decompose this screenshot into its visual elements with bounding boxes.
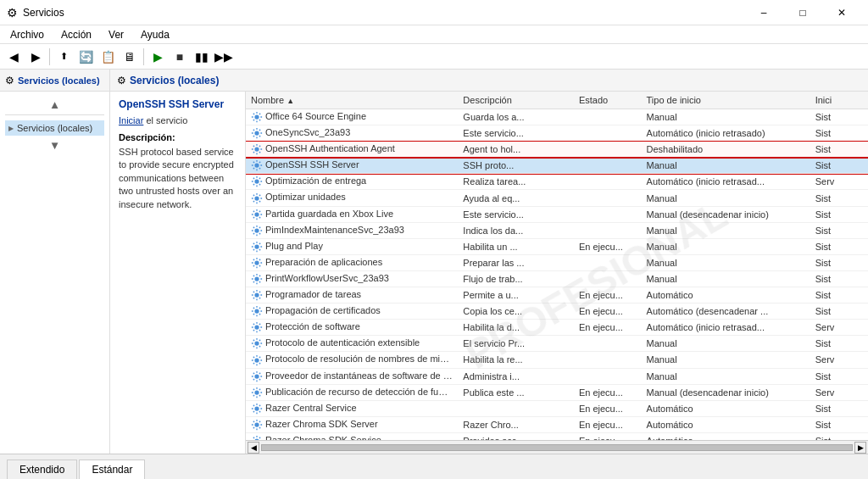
service-tipo-cell: Manual	[642, 352, 810, 368]
table-row[interactable]: Optimizar unidadesAyuda al eq...ManualSi…	[246, 190, 868, 206]
table-row[interactable]: PimIndexMaintenanceSvc_23a93Indica los d…	[246, 222, 868, 238]
table-row[interactable]: Proveedor de instantáneas de software de…	[246, 368, 868, 384]
scroll-left-button[interactable]: ◀	[248, 442, 259, 454]
col-header-tipo[interactable]: Tipo de inicio	[642, 92, 810, 109]
menu-archivo[interactable]: Archivo	[3, 27, 51, 42]
refresh-button[interactable]: 🔄	[75, 47, 96, 67]
minimize-button[interactable]: –	[744, 0, 783, 25]
service-tipo-cell: Manual	[642, 336, 810, 352]
service-desc-cell: Preparar las ...	[458, 254, 574, 270]
back-button[interactable]: ◀	[3, 47, 24, 67]
col-header-desc[interactable]: Descripción	[458, 92, 574, 109]
table-row[interactable]: Publicación de recurso de detección de f…	[246, 384, 868, 400]
svg-point-4	[254, 180, 259, 184]
menu-accion[interactable]: Acción	[54, 27, 98, 42]
col-header-estado[interactable]: Estado	[574, 92, 642, 109]
table-row[interactable]: OpenSSH SSH ServerSSH proto...ManualSist	[246, 158, 868, 174]
col-header-inicio[interactable]: Inici	[810, 92, 868, 109]
table-row[interactable]: PrintWorkflowUserSvc_23a93Flujo de trab.…	[246, 270, 868, 287]
service-tipo-cell: Manual	[642, 254, 810, 270]
left-separator	[5, 114, 104, 115]
service-desc-cell: Agent to hol...	[458, 142, 574, 158]
service-tipo-cell: Automático	[642, 416, 810, 432]
up-button[interactable]: ⬆	[53, 47, 74, 67]
table-row[interactable]: Plug and PlayHabilita un ...En ejecu...M…	[246, 238, 868, 254]
close-button[interactable]: ✕	[822, 0, 861, 25]
stop-button[interactable]: ■	[170, 47, 190, 67]
nav-item-locales[interactable]: ▶ Servicios (locales)	[5, 120, 104, 136]
service-tipo-cell: Automático	[642, 432, 810, 440]
service-estado-cell	[574, 109, 642, 125]
service-inicio-cell: Sist	[810, 109, 868, 125]
scroll-down-button[interactable]: ▼	[49, 139, 60, 152]
service-estado-cell	[574, 352, 642, 368]
service-desc-cell	[458, 400, 574, 416]
scroll-right-button[interactable]: ▶	[854, 442, 866, 454]
service-desc-cell: El servicio Pr...	[458, 336, 574, 352]
pause-button[interactable]: ▮▮	[192, 47, 212, 67]
service-name-cell: Protección de software	[246, 320, 458, 336]
service-estado-cell	[574, 206, 642, 222]
service-inicio-cell: Sist	[810, 400, 868, 416]
toolbar-separator-1	[49, 48, 50, 65]
service-tipo-cell: Manual	[642, 109, 810, 125]
menu-ayuda[interactable]: Ayuda	[134, 27, 176, 42]
maximize-button[interactable]: □	[783, 0, 822, 25]
services-table[interactable]: Nombre ▲ Descripción Estado Tipo de inic…	[246, 92, 868, 440]
table-row[interactable]: Office 64 Source EngineGuarda los a...Ma…	[246, 109, 868, 125]
service-desc-cell: SSH proto...	[458, 158, 574, 174]
table-row[interactable]: Razer Central ServiceEn ejecu...Automáti…	[246, 400, 868, 416]
service-estado-cell: En ejecu...	[574, 432, 642, 440]
initiate-link[interactable]: Iniciar	[119, 115, 143, 125]
service-desc-cell: Razer Chro...	[458, 416, 574, 432]
table-row[interactable]: Propagación de certificadosCopia los ce.…	[246, 304, 868, 320]
service-name-cell: Plug and Play	[246, 238, 458, 254]
service-estado-cell: En ejecu...	[574, 320, 642, 336]
tab-estandar[interactable]: Estándar	[79, 460, 145, 479]
scroll-up-button[interactable]: ▲	[49, 98, 60, 111]
table-row[interactable]: Protección de softwareHabilita la d...En…	[246, 320, 868, 336]
play-button[interactable]: ▶	[147, 47, 168, 67]
menu-ver[interactable]: Ver	[102, 27, 131, 42]
filter-button[interactable]: 🖥	[120, 47, 140, 67]
forward-button[interactable]: ▶	[25, 47, 46, 67]
service-desc-cell: Este servicio...	[458, 125, 574, 142]
service-estado-cell: En ejecu...	[574, 416, 642, 432]
svg-point-18	[254, 406, 259, 410]
table-row[interactable]: Protocolo de autenticación extensibleEl …	[246, 336, 868, 352]
svg-point-15	[254, 358, 259, 362]
service-tipo-cell: Automático (inicio retrasad...	[642, 320, 810, 336]
service-inicio-cell: Sist	[810, 304, 868, 320]
toolbar-separator-2	[143, 48, 144, 65]
svg-point-10	[254, 276, 259, 281]
service-name-cell: Razer Chroma SDK Server	[246, 416, 458, 432]
table-row[interactable]: Preparación de aplicacionesPreparar las …	[246, 254, 868, 270]
initiate-suffix: el servicio	[143, 115, 187, 125]
service-name-cell: Proveedor de instantáneas de software de…	[246, 368, 458, 384]
left-nav-icon: ⚙	[5, 75, 14, 86]
service-tipo-cell: Automático	[642, 400, 810, 416]
left-nav-label[interactable]: Servicios (locales)	[18, 75, 100, 86]
table-row[interactable]: Optimización de entregaRealiza tarea...A…	[246, 174, 868, 190]
table-row[interactable]: Partida guardada en Xbox LiveEste servic…	[246, 206, 868, 222]
service-name-cell: Propagación de certificados	[246, 304, 458, 320]
tab-extendido[interactable]: Extendido	[7, 460, 77, 479]
horizontal-scrollbar[interactable]: ◀ ▶	[246, 440, 868, 454]
service-desc-cell: Flujo de trab...	[458, 270, 574, 287]
table-row[interactable]: Protocolo de resolución de nombres de mi…	[246, 352, 868, 368]
svg-point-0	[254, 114, 259, 119]
service-inicio-cell: Sist	[810, 142, 868, 158]
table-row[interactable]: OneSyncSvc_23a93Este servicio...Automáti…	[246, 125, 868, 142]
table-row[interactable]: OpenSSH Authentication AgentAgent to hol…	[246, 142, 868, 158]
service-inicio-cell: Serv	[810, 174, 868, 190]
export-button[interactable]: 📋	[97, 47, 118, 67]
menu-bar: Archivo Acción Ver Ayuda	[0, 25, 868, 44]
service-inicio-cell: Sist	[810, 158, 868, 174]
col-header-nombre[interactable]: Nombre ▲	[246, 92, 458, 109]
restart-button[interactable]: ▶▶	[214, 47, 234, 67]
table-row[interactable]: Razer Chroma SDK ServiceProvides acc...E…	[246, 432, 868, 440]
table-row[interactable]: Razer Chroma SDK ServerRazer Chro...En e…	[246, 416, 868, 432]
nav-header-icon: ⚙	[117, 75, 126, 86]
table-row[interactable]: Programador de tareasPermite a u...En ej…	[246, 287, 868, 304]
svg-point-14	[254, 342, 259, 346]
